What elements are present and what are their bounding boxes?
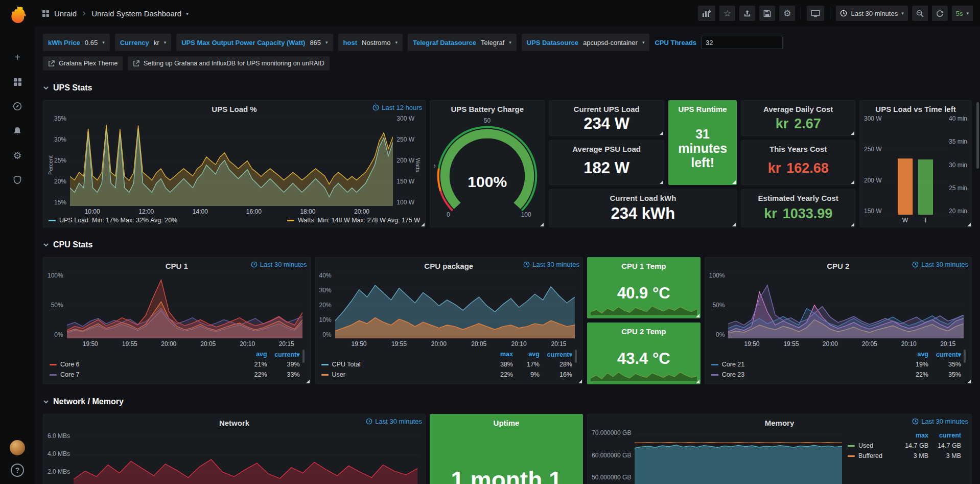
panel-title[interactable]: UPS Battery Charge [451,105,524,113]
link-ups-monitoring-guide[interactable]: Setting up Grafana and InfluxDB for UPS … [128,56,330,71]
legend-col-avg[interactable]: avg [899,351,928,358]
network-chart[interactable]: 6.0 MBs4.0 MBs2.0 MBs2.0 MBs [48,429,421,484]
legend-col-max[interactable]: max [899,432,928,439]
axis-tick-label: 35% [54,116,66,122]
refresh-button[interactable] [932,6,948,21]
series-avg: 17% [513,361,540,368]
series-swatch [711,364,718,365]
legend-row[interactable]: Used 14.7 GB 14.7 GB [848,441,961,451]
legend-col-avg[interactable]: avg [238,351,267,358]
section-cpu-stats[interactable]: CPU Stats [43,238,972,252]
explore-button[interactable] [6,98,29,114]
legend-row[interactable]: User 22% 9% 16% [321,370,572,380]
refresh-interval-picker[interactable]: 5s ▾ [952,6,973,21]
gear-icon: ⚙ [13,150,21,162]
variable-kwh-price[interactable]: kWh Price 0.65 ▾ [43,34,110,51]
series-current: 35% [928,361,961,368]
alerting-button[interactable] [6,123,29,139]
panel-title[interactable]: Network [219,419,249,427]
legend-row[interactable]: Buffered 3 MB 3 MB [848,451,961,461]
panel-title[interactable]: UPS Load % [212,105,256,113]
panel-title[interactable]: This Years Cost [769,145,827,153]
ups-load-time-left-chart[interactable]: 300 W250 W200 W150 W40 min35 min30 min25… [864,115,967,224]
section-network-memory[interactable]: Network / Memory [43,395,972,409]
panel-title[interactable]: UPS Load vs Time left [875,105,955,113]
panel-title[interactable]: UPS Runtime [679,105,727,113]
link-grafana-plex-theme[interactable]: Grafana Plex Theme [43,56,123,71]
dashboard-settings-button[interactable]: ⚙ [779,6,795,21]
panel-title[interactable]: Estimated Yearly Cost [758,194,838,202]
caret-down-icon[interactable]: ▾ [186,11,189,16]
ups-load-chart[interactable]: 35%30%25%20%15%300 W250 W200 W150 W100 W… [48,115,421,215]
legend-table: max current Used 14.7 GB 14.7 GB Buffere… [846,430,967,484]
clock-icon [523,261,530,268]
configuration-button[interactable]: ⚙ [6,147,29,164]
variable-ups-datasource[interactable]: UPS Datasource apcupsd-container ▾ [522,34,650,51]
create-button[interactable]: + [6,49,29,65]
cycle-view-button[interactable] [807,6,824,21]
caret-down-icon: ▾ [102,40,105,45]
add-panel-button[interactable] [698,6,715,21]
legend-col-avg[interactable]: avg [513,351,540,358]
variable-host[interactable]: host Nostromo ▾ [338,34,403,51]
panel-title[interactable]: CPU 2 Temp [621,327,666,336]
legend-row[interactable]: Core 21 19% 35% [711,359,961,370]
legend-row[interactable]: Core 23 22% 35% [711,370,961,380]
panel-time-badge[interactable]: Last 30 minutes [251,261,307,268]
legend-row[interactable]: Core 6 21% 39% [50,359,300,370]
panel-title[interactable]: Memory [765,419,795,427]
panel-time-badge[interactable]: Last 12 hours [372,104,422,111]
variable-ups-max-output[interactable]: UPS Max Output Power Capacity (Watt) 865… [176,34,333,51]
legend-col-current[interactable]: current▾ [267,351,300,358]
legend-row[interactable]: Core 7 22% 33% [50,370,300,380]
cpu1-chart[interactable]: 100%50%0%19:5019:5520:0020:0520:1020:15 [48,272,306,348]
legend-col-current[interactable]: current▾ [928,351,961,358]
clock-icon [372,104,379,111]
x-axis-tick-label: 19:55 [122,340,137,348]
panel-title[interactable]: CPU 1 [166,262,188,270]
panel-title[interactable]: CPU 1 Temp [621,262,666,270]
cpu-threads-input[interactable] [701,36,783,49]
legend-col-current[interactable]: current▾ [540,351,572,358]
dashboard-title[interactable]: Unraid System Dashboard [91,9,181,18]
panel-time-badge[interactable]: Last 30 minutes [912,261,968,268]
legend-col-max[interactable]: max [486,351,513,358]
clock-icon [251,261,258,268]
server-admin-button[interactable] [6,172,29,188]
legend-row[interactable]: CPU Total 38% 17% 28% [321,359,572,370]
share-button[interactable] [739,6,755,21]
memory-chart[interactable]: 70.000000 GB60.000000 GB50.000000 GB50.0… [592,429,846,484]
zoom-out-button[interactable] [912,6,928,21]
breadcrumb-folder[interactable]: Unraid [54,9,77,18]
panel-title[interactable]: Current Load kWh [610,194,676,202]
panel-time-badge[interactable]: Last 30 minutes [912,418,968,425]
battery-gauge[interactable]: 02050100100% [434,115,540,225]
user-avatar[interactable] [10,440,25,455]
time-range-picker[interactable]: Last 30 minutes ▾ [836,6,907,21]
panel-title[interactable]: Average Daily Cost [763,105,833,113]
dashboards-button[interactable] [6,74,29,90]
save-button[interactable] [759,6,775,21]
panel-title[interactable]: CPU package [424,262,473,270]
panel-time-badge[interactable]: Last 30 minutes [366,418,422,425]
variable-currency[interactable]: Currency kr ▾ [115,34,171,51]
dashboard-scrollbar[interactable] [976,102,979,169]
panel-title[interactable]: Uptime [494,419,520,427]
panel-title[interactable]: CPU 2 [827,262,849,270]
link-label: Grafana Plex Theme [59,60,118,67]
panel-time-badge[interactable]: Last 30 minutes [523,261,579,268]
legend-col-current[interactable]: current [928,432,961,439]
legend-item[interactable]: UPS Load Min: 17% Max: 32% Avg: 20% [49,217,177,224]
panel-title[interactable]: Average PSU Load [572,145,641,153]
section-ups-stats[interactable]: UPS Stats [43,81,972,95]
legend-item[interactable]: Watts Min: 148 W Max: 278 W Avg: 175 W [287,217,420,224]
panel-title[interactable]: Current UPS Load [574,105,640,113]
chart-svg [885,115,945,215]
variable-telegraf-datasource[interactable]: Telegraf Datasource Telegraf ▾ [408,34,517,51]
grafana-logo[interactable] [7,5,28,26]
variable-label: Telegraf Datasource [413,39,476,47]
star-button[interactable]: ☆ [719,6,735,21]
help-button[interactable]: ? [11,464,24,477]
cpu-package-chart[interactable]: 40%30%20%10%0%19:5019:5520:0020:0520:102… [319,272,578,348]
cpu2-chart[interactable]: 100%50%0%19:5019:5520:0020:0520:1020:15 [709,272,967,348]
